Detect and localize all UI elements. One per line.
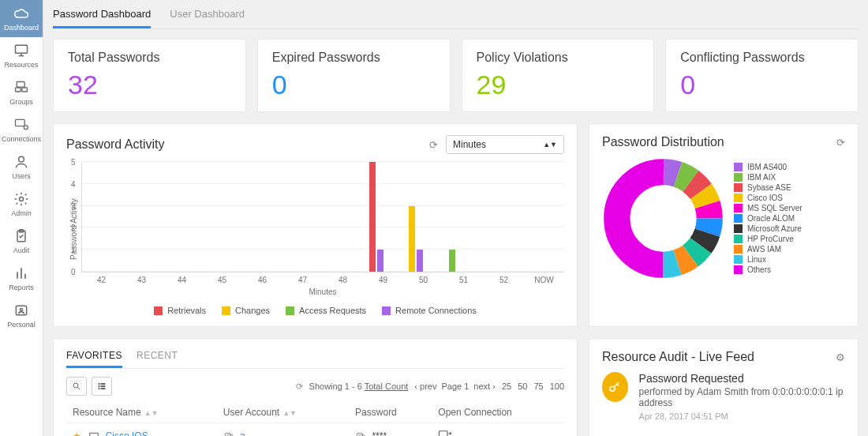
stat-total-passwords[interactable]: Total Passwords 32 [53,39,246,112]
svg-rect-0 [16,45,28,53]
search-icon [72,382,81,391]
svg-rect-33 [101,383,106,385]
device-icon [88,431,99,436]
donut-legend-item[interactable]: HP ProCurve [734,235,803,243]
chart-xlabel: Minutes [81,288,564,296]
svg-rect-15 [16,306,26,315]
tab-user-dashboard[interactable]: User Dashboard [170,8,245,28]
stat-conflicting-passwords[interactable]: Conflicting Passwords 0 [665,39,859,112]
svg-rect-3 [17,82,24,88]
panel-title: Password Activity [66,137,164,152]
donut-legend-item[interactable]: Sybase ASE [734,183,803,192]
page-label: Page 1 [441,382,469,391]
favorites-table: Resource Name▲▼ User Account▲▼ Password … [66,402,564,436]
svg-point-16 [20,309,22,311]
refresh-icon[interactable]: ⟳ [429,139,438,151]
sidebar-item-resources[interactable]: Resources [0,37,43,74]
per-page-75[interactable]: 75 [533,382,543,391]
password-distribution-panel: Password Distribution ⟳ IBM AS400IBM AIX… [589,123,859,327]
sidebar-item-audit[interactable]: Audit [0,223,43,260]
showing-text: Showing 1 - 6 Total Count [309,382,409,391]
donut-legend-item[interactable]: Linux [734,255,803,264]
donut-legend-item[interactable]: MS SQL Server [734,204,803,212]
gear-icon[interactable]: ⚙ [836,351,845,363]
user-account-link[interactable]: a [240,430,245,436]
donut-legend-item[interactable]: Microsoft Azure [734,224,803,233]
svg-point-43 [610,386,615,391]
sidebar-item-label: Reports [9,284,34,291]
password-masked[interactable]: **** [372,430,387,436]
col-user-account[interactable]: User Account▲▼ [217,402,349,423]
copy-icon[interactable] [223,431,234,436]
stat-title: Expired Passwords [272,51,436,65]
sidebar-item-reports[interactable]: Reports [0,260,43,297]
sidebar-item-connections[interactable]: Connections [0,111,43,148]
favorites-panel: FAVORITES RECENT ⟳ Showing 1 - 6 [53,338,578,436]
legend-item[interactable]: Retrievals [154,306,206,315]
monitor-icon [13,43,29,58]
per-page-100[interactable]: 100 [550,382,564,391]
donut-legend-item[interactable]: AWS IAM [734,245,803,254]
column-view-button[interactable] [92,377,112,396]
timeunit-select[interactable]: Minutes ▲▼ [446,135,564,154]
svg-line-29 [78,388,80,390]
sidebar-item-label: Dashboard [4,24,39,32]
open-connection-icon[interactable] [438,430,452,436]
legend-item[interactable]: Remote Connections [382,306,477,315]
refresh-icon[interactable]: ⟳ [296,382,303,392]
donut-legend-item[interactable]: Others [734,265,803,274]
stat-policy-violations[interactable]: Policy Violations 29 [462,39,655,112]
panel-title: Password Distribution [602,135,724,149]
col-resource-name[interactable]: Resource Name▲▼ [66,402,217,423]
bars-icon [13,265,29,281]
feed-item[interactable]: Password Requested performed by Adam Smi… [602,372,845,421]
sidebar-item-admin[interactable]: Admin [0,186,43,223]
sidebar-item-label: Personal [7,321,36,329]
svg-point-27 [617,172,709,265]
star-icon[interactable]: ★ [73,430,81,436]
sidebar-item-dashboard[interactable]: Dashboard [0,0,43,37]
svg-rect-4 [16,88,21,92]
legend-item[interactable]: Access Requests [286,306,366,315]
svg-point-8 [19,156,24,162]
next-page[interactable]: next › [473,382,496,391]
donut-chart [602,157,724,280]
search-button[interactable] [66,377,87,396]
person-card-icon [13,303,29,318]
donut-legend-item[interactable]: Oracle ALOM [734,214,803,223]
resource-link[interactable]: Cisco IOS [106,430,148,436]
sidebar-item-label: Resources [4,61,38,69]
donut-legend-item[interactable]: IBM AIX [734,173,803,182]
user-icon [13,154,29,170]
tab-password-dashboard[interactable]: Password Dashboard [53,8,151,28]
chevron-up-down-icon: ▲▼ [543,141,557,148]
activity-chart: Password Activity 012345 424344454647484… [66,162,564,296]
sidebar-item-groups[interactable]: Groups [0,74,43,111]
sidebar-item-users[interactable]: Users [0,148,43,186]
legend-item[interactable]: Changes [222,306,270,315]
per-page-50[interactable]: 50 [518,382,527,391]
table-row[interactable]: ★ Cisco IOS a **** [66,423,564,437]
col-password[interactable]: Password [349,402,432,423]
sidebar-item-label: Audit [13,246,30,254]
sidebar-item-label: Admin [11,209,32,217]
refresh-icon[interactable]: ⟳ [836,137,845,148]
col-open-connection[interactable]: Open Connection [432,402,564,423]
svg-rect-6 [16,119,25,126]
tab-recent[interactable]: RECENT [137,350,178,368]
donut-legend-item[interactable]: IBM AS400 [734,163,803,171]
password-activity-panel: Password Activity ⟳ Minutes ▲▼ Password … [53,123,578,327]
prev-page[interactable]: ‹ prev [414,382,436,391]
chart-legend: RetrievalsChangesAccess RequestsRemote C… [66,306,564,315]
tab-favorites[interactable]: FAVORITES [66,350,122,368]
copy-icon[interactable] [355,431,366,436]
stat-expired-passwords[interactable]: Expired Passwords 0 [257,39,451,112]
donut-legend-item[interactable]: Cisco IOS [734,194,803,202]
per-page-25[interactable]: 25 [502,382,511,391]
sidebar-item-personal[interactable]: Personal [0,297,43,334]
svg-rect-32 [99,388,100,389]
stat-value: 29 [477,70,640,100]
audit-feed-panel: Resource Audit - Live Feed ⚙ Password Re… [589,338,859,436]
sidebar-item-label: Groups [9,98,33,106]
stat-title: Conflicting Passwords [680,51,844,65]
